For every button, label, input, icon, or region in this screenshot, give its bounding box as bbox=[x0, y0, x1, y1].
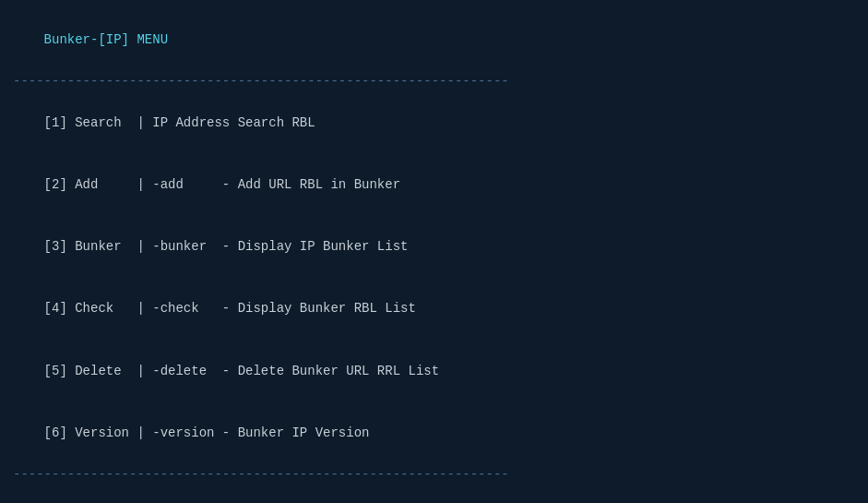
separator-mid: ----------------------------------------… bbox=[13, 464, 855, 485]
terminal-title: Bunker-[IP] MENU bbox=[13, 9, 855, 71]
menu-item-5: [5] Delete | -delete - Delete Bunker URL… bbox=[13, 340, 855, 401]
separator-top: ----------------------------------------… bbox=[13, 71, 855, 91]
menu-item-2: [2] Add | -add - Add URL RBL in Bunker bbox=[13, 154, 855, 216]
menu-item-1: [1] Search | IP Address Search RBL bbox=[13, 92, 855, 154]
menu-item-6: [6] Version | -version - Bunker IP Versi… bbox=[13, 401, 855, 463]
terminal-window: Bunker-[IP] MENU -----------------------… bbox=[0, 0, 868, 503]
menu-item-4: [4] Check | -check - Display Bunker RBL … bbox=[13, 278, 855, 340]
go-back: [9] < Go Back bbox=[13, 485, 855, 503]
menu-item-3: [3] Bunker | -bunker - Display IP Bunker… bbox=[13, 216, 855, 278]
